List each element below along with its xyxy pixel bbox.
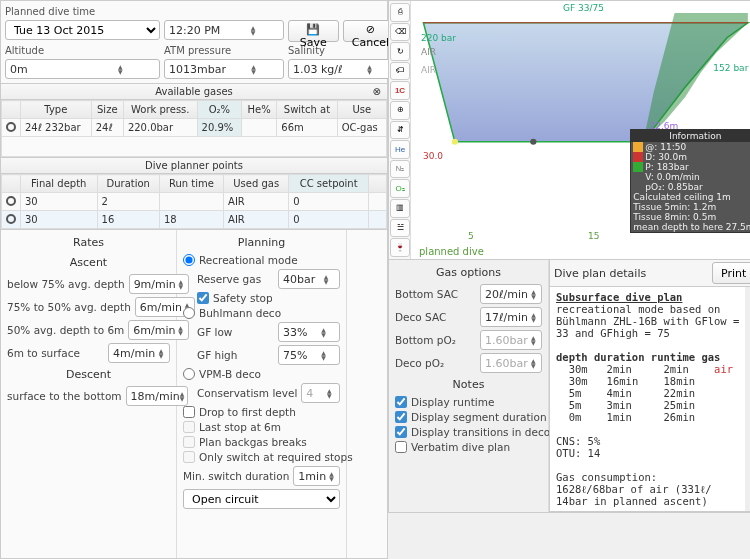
- deco-sac-label: Deco SAC: [395, 311, 476, 323]
- bottom-sac[interactable]: 20ℓ/min▲▼: [480, 284, 542, 304]
- tool-icon[interactable]: ⎙: [390, 3, 410, 22]
- mode-select[interactable]: Open circuit: [183, 489, 340, 509]
- radio-vpmb[interactable]: [183, 368, 195, 380]
- tool-icon[interactable]: ▥: [390, 199, 410, 218]
- planning-title: Planning: [183, 234, 340, 251]
- check-drop-first[interactable]: [183, 406, 195, 418]
- x-axis-label: planned dive: [419, 246, 484, 257]
- tool-icon[interactable]: ⊕: [390, 101, 410, 120]
- check-label: Last stop at 6m: [199, 421, 340, 433]
- check-label: Drop to first depth: [199, 406, 340, 418]
- tool-icon[interactable]: 1C: [390, 81, 410, 100]
- check-safety-stop[interactable]: [197, 292, 209, 304]
- chart-toolbar: ⎙ ⌫ ↻ 🏷 1C ⊕ ⇵ He N₂ O₂ ▥ ☱ 🍷: [389, 1, 411, 259]
- altitude-input[interactable]: 0m▲▼: [5, 59, 160, 79]
- gases-table[interactable]: TypeSizeWork press. O₂%He%Switch atUse 2…: [1, 100, 387, 157]
- rate-6-0[interactable]: 4m/min▲▼: [108, 343, 170, 363]
- bottom-po2: 1.60bar▲▼: [480, 330, 542, 350]
- altitude-label: Altitude: [5, 44, 160, 57]
- minswitch-label: Min. switch duration: [183, 470, 289, 482]
- table-header: Final depthDurationRun time Used gasCC s…: [2, 175, 387, 193]
- deco-sac[interactable]: 17ℓ/min▲▼: [480, 307, 542, 327]
- tool-icon[interactable]: ☱: [390, 219, 410, 238]
- check-runtime[interactable]: [395, 396, 407, 408]
- x-tick: 15: [588, 231, 599, 241]
- available-gases-header: Available gases⊗: [1, 83, 387, 100]
- radio-buhlmann[interactable]: [183, 307, 195, 319]
- atm-label: ATM pressure: [164, 44, 284, 57]
- tool-icon[interactable]: ⌫: [390, 23, 410, 42]
- reserve-gas-label: Reserve gas: [197, 273, 274, 285]
- table-row[interactable]: 302AIR0: [2, 193, 387, 211]
- gf-high[interactable]: 75%▲▼: [278, 345, 340, 365]
- gear-icon: [6, 214, 16, 224]
- min-switch[interactable]: 1min▲▼: [293, 466, 340, 486]
- tool-icon[interactable]: 🏷: [390, 62, 410, 81]
- dive-plan-text[interactable]: Subsurface dive plan recreational mode b…: [550, 287, 750, 511]
- bottom-sac-label: Bottom SAC: [395, 288, 476, 300]
- table-header: TypeSizeWork press. O₂%He%Switch atUse: [2, 101, 387, 119]
- table-row[interactable]: 24ℓ 232bar24ℓ220.0bar 20.9%66mOC-gas: [2, 119, 387, 137]
- tool-icon[interactable]: O₂: [390, 179, 410, 198]
- time-input[interactable]: 12:20 PM▲▼: [164, 20, 284, 40]
- salinity-label: Salinity: [288, 44, 398, 57]
- rate-label: below 75% avg. depth: [7, 278, 125, 290]
- conservatism: 4▲▼: [301, 383, 340, 403]
- ascent-title: Ascent: [7, 254, 170, 271]
- reserve-gas[interactable]: 40bar▲▼: [278, 269, 340, 289]
- check-label: Plan backgas breaks: [199, 436, 340, 448]
- depth-30: 30.0: [423, 151, 443, 161]
- check-verbatim[interactable]: [395, 441, 407, 453]
- gear-icon: [6, 122, 16, 132]
- conservatism-label: Conservatism level: [197, 387, 297, 399]
- dive-profile-chart[interactable]: ⎙ ⌫ ↻ 🏷 1C ⊕ ⇵ He N₂ O₂ ▥ ☱ 🍷: [388, 0, 750, 260]
- tool-icon[interactable]: ↻: [390, 42, 410, 61]
- rate-label: 6m to surface: [7, 347, 104, 359]
- atm-input[interactable]: 1013mbar▲▼: [164, 59, 284, 79]
- check-label: Display transitions in deco: [411, 426, 550, 438]
- gf-low[interactable]: 33%▲▼: [278, 322, 340, 342]
- radio-label: Recreational mode: [199, 254, 340, 266]
- check-label: Safety stop: [213, 292, 340, 304]
- table-row[interactable]: [2, 137, 387, 157]
- x-tick: 5: [468, 231, 474, 241]
- tool-icon[interactable]: He: [390, 140, 410, 159]
- descent-title: Descent: [7, 366, 170, 383]
- deco-po2-label: Deco pO₂: [395, 357, 476, 369]
- notes-title: Notes: [395, 376, 542, 393]
- check-label: Verbatim dive plan: [411, 441, 542, 453]
- close-icon[interactable]: ⊗: [373, 86, 381, 97]
- tool-icon[interactable]: 🍷: [390, 238, 410, 257]
- rate-label: 50% avg. depth to 6m: [7, 324, 124, 336]
- gf-label: GF 33/75: [563, 3, 604, 13]
- svg-point-1: [452, 139, 458, 145]
- radio-recreational[interactable]: [183, 254, 195, 266]
- gear-icon: [6, 196, 16, 206]
- radio-label: Buhlmann deco: [199, 307, 340, 319]
- date-select[interactable]: Tue 13 Oct 2015: [5, 20, 160, 40]
- tool-icon[interactable]: ⇵: [390, 121, 410, 140]
- check-onlyswitch: [183, 451, 195, 463]
- pressure-start: 220 bar: [421, 33, 456, 43]
- svg-point-3: [530, 139, 536, 145]
- check-backgas: [183, 436, 195, 448]
- table-row[interactable]: 301618AIR0: [2, 211, 387, 229]
- tool-icon[interactable]: N₂: [390, 160, 410, 179]
- gf-high-label: GF high: [197, 349, 274, 361]
- bottom-po2-label: Bottom pO₂: [395, 334, 476, 346]
- gf-low-label: GF low: [197, 326, 274, 338]
- gas-options-title: Gas options: [395, 264, 542, 281]
- rate-label: 75% to 50% avg. depth: [7, 301, 131, 313]
- info-tooltip: Information @: 11:50 D: 30.0m P: 183bar …: [630, 129, 750, 233]
- points-table[interactable]: Final depthDurationRun time Used gasCC s…: [1, 174, 387, 229]
- check-segment[interactable]: [395, 411, 407, 423]
- check-last6: [183, 421, 195, 433]
- salinity-input[interactable]: 1.03 kg/ℓ▲▼: [288, 59, 398, 79]
- rate-label: surface to the bottom: [7, 390, 122, 402]
- save-button[interactable]: 💾 Save: [288, 20, 339, 42]
- air-label: AIR: [421, 47, 436, 57]
- print-button[interactable]: Print: [712, 262, 750, 284]
- pressure-end: 152 bar: [713, 63, 748, 73]
- check-label: Display segment duration: [411, 411, 547, 423]
- check-transitions[interactable]: [395, 426, 407, 438]
